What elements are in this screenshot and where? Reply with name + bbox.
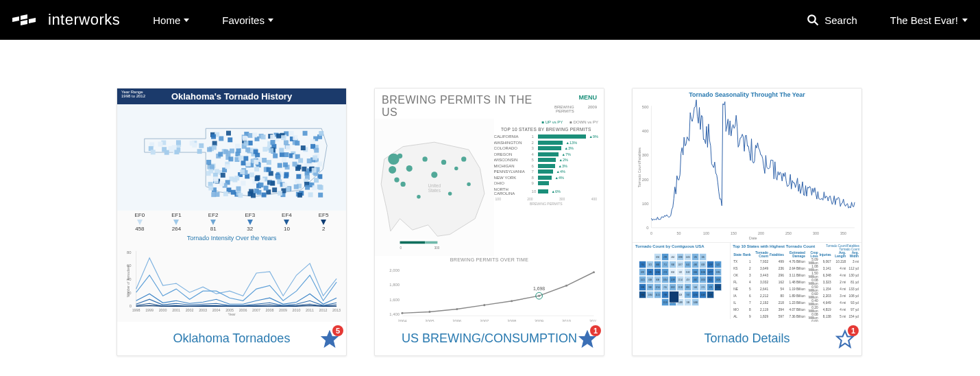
svg-text:1096: 1096 [678, 256, 683, 259]
svg-point-299 [461, 156, 466, 161]
svg-text:0: 0 [650, 231, 652, 235]
svg-rect-170 [269, 148, 273, 153]
svg-text:100: 100 [703, 231, 709, 235]
svg-text:1,698: 1,698 [533, 286, 545, 291]
svg-rect-77 [262, 147, 267, 152]
svg-rect-219 [308, 192, 313, 197]
svg-text:1154: 1154 [678, 279, 683, 281]
svg-rect-217 [267, 160, 271, 165]
svg-rect-167 [267, 167, 271, 172]
favorite-toggle[interactable]: 1 [578, 329, 597, 349]
svg-text:810: 810 [686, 286, 689, 289]
svg-text:608: 608 [648, 279, 652, 281]
svg-text:500: 500 [642, 105, 650, 109]
svg-rect-195 [276, 175, 281, 180]
card-title-link[interactable]: Oklahoma Tornadoes [173, 331, 291, 346]
brew-header: BREWING PERMITS IN THE US MENU BREWING P… [375, 89, 604, 119]
ef-col: EF4 10 [270, 212, 303, 232]
svg-text:50: 50 [676, 231, 681, 235]
svg-rect-99 [314, 178, 319, 183]
svg-text:250: 250 [785, 231, 792, 235]
ef-col: EF2 81 [197, 212, 230, 232]
svg-text:2,000: 2,000 [389, 268, 400, 272]
card-title-link[interactable]: US BREWING/CONSUMPTION [402, 331, 577, 346]
svg-rect-308 [425, 242, 437, 244]
svg-rect-210 [245, 148, 250, 152]
svg-text:1194: 1194 [715, 286, 720, 289]
nav-home[interactable]: Home [153, 14, 189, 26]
svg-rect-257 [174, 150, 179, 154]
svg-rect-157 [249, 172, 254, 177]
svg-text:462: 462 [694, 279, 697, 281]
td-us-map: Tornado Count by Contiguous USA 69429946… [633, 243, 731, 319]
svg-rect-211 [212, 145, 217, 150]
svg-text:195: 195 [694, 256, 697, 259]
svg-rect-233 [297, 193, 302, 198]
svg-text:419: 419 [686, 279, 689, 281]
ok-map [117, 104, 346, 211]
ef-col: EF3 32 [234, 212, 267, 232]
svg-rect-88 [293, 135, 297, 140]
svg-rect-188 [236, 148, 241, 153]
svg-text:299: 299 [663, 256, 667, 259]
thumbnail-oklahoma[interactable]: Year Range1998 to 2012 Oklahoma's Tornad… [117, 89, 346, 322]
brew-legend: ■ UP vs PY ■ DOWN vs PY [494, 120, 598, 124]
svg-text:522: 522 [716, 263, 720, 266]
card-title-link[interactable]: Tornado Details [704, 331, 789, 346]
favorite-toggle[interactable]: 1 [835, 329, 855, 349]
card-footer: US BREWING/CONSUMPTION 1 [375, 322, 604, 355]
svg-point-295 [422, 156, 427, 161]
svg-text:1150: 1150 [678, 286, 683, 289]
svg-text:1119: 1119 [663, 301, 667, 304]
svg-text:1121: 1121 [655, 294, 660, 296]
svg-rect-201 [271, 140, 275, 145]
thumbnail-tornado-details[interactable]: Tornado Seasonality Throught The Year 50… [633, 89, 861, 322]
svg-rect-192 [259, 183, 264, 187]
ok-ef-row: EF0 458 EF1 264 EF2 81 EF3 32 EF4 10 EF5… [117, 211, 346, 232]
nav-favorites-label: Favorites [222, 14, 265, 26]
brew-meta: BREWING PERMITS2009 [539, 105, 597, 113]
svg-text:2003: 2003 [199, 308, 207, 312]
thumbnail-brewing[interactable]: BREWING PERMITS IN THE US MENU BREWING P… [375, 89, 604, 322]
td-tbl-title: Top 10 States with Highest Tornado Count [733, 244, 815, 250]
svg-rect-79 [280, 152, 284, 157]
svg-text:274: 274 [701, 286, 705, 289]
svg-rect-111 [289, 131, 294, 136]
svg-rect-214 [225, 164, 230, 169]
svg-text:1284: 1284 [655, 271, 660, 274]
svg-text:1,600: 1,600 [389, 298, 400, 302]
ok-year-range: Year Range1998 to 2012 [121, 90, 145, 98]
svg-text:1549: 1549 [700, 294, 705, 296]
brand-logo[interactable]: interworks [12, 11, 120, 29]
search-icon [807, 14, 819, 26]
ok-intensity-title: Tornado Intensity Over the Years [117, 235, 346, 242]
svg-rect-212 [252, 132, 257, 137]
svg-rect-236 [223, 150, 228, 154]
svg-text:1077: 1077 [678, 263, 683, 266]
brew-state-row: MICHIGAN6 ▲3% [494, 164, 598, 168]
svg-rect-136 [238, 156, 243, 161]
nav-favorites[interactable]: Favorites [222, 14, 273, 26]
svg-text:200: 200 [642, 178, 650, 182]
svg-rect-18 [249, 189, 254, 193]
svg-text:1314: 1314 [663, 279, 667, 281]
svg-text:694: 694 [656, 256, 659, 259]
svg-text:185: 185 [701, 256, 705, 259]
svg-rect-261 [158, 142, 162, 147]
svg-rect-71 [236, 187, 241, 191]
user-menu[interactable]: The Best Evar! [890, 14, 968, 26]
svg-text:1468: 1468 [693, 301, 698, 304]
svg-rect-209 [312, 168, 317, 173]
brew-body: United States 0 300 ■ UP vs PY [375, 119, 604, 256]
svg-rect-237 [273, 154, 278, 158]
svg-rect-108 [211, 192, 216, 197]
ef-col: EF0 458 [123, 212, 156, 232]
svg-text:1998: 1998 [132, 308, 140, 312]
svg-rect-171 [240, 169, 245, 174]
favorite-toggle[interactable]: 5 [320, 329, 339, 349]
search-button[interactable]: Search [807, 14, 857, 26]
svg-rect-139 [294, 185, 299, 189]
svg-text:132: 132 [678, 271, 682, 274]
user-name: The Best Evar! [890, 14, 958, 26]
svg-text:300: 300 [813, 231, 819, 235]
